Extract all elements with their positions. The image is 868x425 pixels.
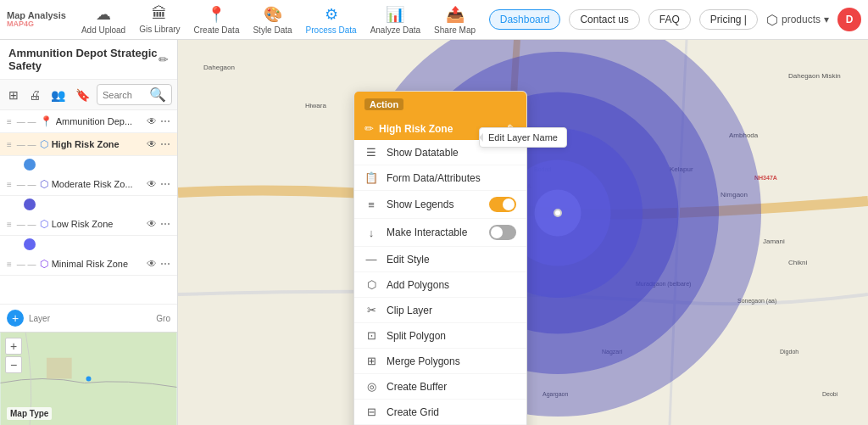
sidebar-header: Ammunition Depot Strategic Safety ✏ <box>0 40 177 80</box>
list-item[interactable]: ≡ — — 📍 Ammunition Dep... 👁 ⋯ <box>0 110 177 133</box>
layer-more-icon[interactable]: ⋯ <box>160 258 170 270</box>
share-btn[interactable]: 👥 <box>47 87 69 103</box>
pricing-btn[interactable]: Pricing | <box>699 9 758 30</box>
nav-create-data-label: Create Data <box>194 25 240 35</box>
list-item[interactable]: ≡ — — ⬡ Low Risk Zone 👁 ⋯ <box>0 213 177 236</box>
add-layer-btn[interactable]: + <box>7 310 24 327</box>
action-item-label: Form Data/Attributes <box>387 172 516 184</box>
nav-create-data[interactable]: 📍 Create Data <box>189 2 245 38</box>
list-item[interactable]: ≡ — — ⬡ Minimal Risk Zone 👁 ⋯ <box>0 253 177 276</box>
share-map-icon: 📤 <box>446 5 465 24</box>
sidebar-edit-icon[interactable]: ✏ <box>159 53 169 66</box>
create-data-icon: 📍 <box>207 5 225 24</box>
layer-more-icon[interactable]: ⋯ <box>160 138 170 150</box>
nav-process-data[interactable]: ⚙ Process Data <box>301 2 362 38</box>
nav-analyze-data[interactable]: 📊 Analyze Data <box>365 2 426 38</box>
layer-more-icon[interactable]: ⋯ <box>160 178 170 190</box>
layer-name: Ammunition Dep... <box>56 116 143 126</box>
search-box: 🔍 <box>97 84 172 105</box>
action-clip-layer[interactable]: ✂ Clip Layer <box>354 298 526 323</box>
layer-color-swatch <box>0 156 177 173</box>
svg-text:NH347A: NH347A <box>754 175 777 181</box>
layer-label: Layer <box>29 314 50 323</box>
zoom-extent-btn[interactable]: ⊞ <box>5 87 22 103</box>
edit-layer-name-tooltip: Edit Layer Name <box>479 127 567 148</box>
tooltip-text: Edit Layer Name <box>488 132 558 143</box>
nav-gis-library[interactable]: 🏛 Gis Library <box>134 2 185 37</box>
bookmark-btn[interactable]: 🔖 <box>72 87 93 103</box>
products-chevron-icon: ▾ <box>824 14 829 25</box>
faq-btn[interactable]: FAQ <box>648 9 691 30</box>
nav-add-upload[interactable]: ☁ Add Upload <box>76 2 131 38</box>
svg-rect-1 <box>47 358 72 379</box>
layer-action-icons: 👁 ⋯ <box>147 138 170 150</box>
nav-process-data-label: Process Data <box>306 25 357 35</box>
layer-color-swatch <box>0 236 177 253</box>
nav-style-data[interactable]: 🎨 Style Data <box>248 2 297 38</box>
print-btn[interactable]: 🖨 <box>25 87 44 103</box>
zoom-in-btn[interactable]: + <box>5 338 22 355</box>
svg-text:Ambhoda: Ambhoda <box>729 131 759 139</box>
layer-more-icon[interactable]: ⋯ <box>160 115 170 127</box>
split-polygon-icon: ⊡ <box>364 329 378 342</box>
action-split-polygon[interactable]: ⊡ Split Polygon <box>354 323 526 349</box>
analyze-data-icon: 📊 <box>386 5 404 24</box>
list-item[interactable]: ≡ — — ⬡ Moderate Risk Zo... 👁 ⋯ <box>0 173 177 196</box>
polygon-icon: ⬡ <box>40 218 48 230</box>
svg-text:Digdoh: Digdoh <box>780 349 798 355</box>
svg-text:Jamani: Jamani <box>763 238 785 245</box>
map-area[interactable]: Dahegaon Dahegaon Miskin Ambhoda Kelapur… <box>178 40 868 425</box>
action-item-label: Create Grid <box>387 406 516 418</box>
legends-icon: ≡ <box>364 199 378 211</box>
action-show-legends[interactable]: ≡ Show Legends <box>354 191 526 219</box>
action-create-grid[interactable]: ⊟ Create Grid <box>354 400 526 425</box>
action-item-label: Edit Style <box>387 254 516 266</box>
layer-icon: ✏ <box>364 122 374 135</box>
interactable-toggle[interactable] <box>489 225 516 240</box>
action-item-label: Merge Polygons <box>387 355 516 367</box>
action-item-label: Clip Layer <box>387 305 516 316</box>
products-dropdown[interactable]: ⬡ products ▾ <box>766 12 829 28</box>
action-form-data[interactable]: 📋 Form Data/Attributes <box>354 165 526 191</box>
nav-share-map-label: Share Map <box>434 25 476 35</box>
svg-text:Nagzari: Nagzari <box>602 349 623 355</box>
action-item-label: Create Buffer <box>387 381 516 393</box>
action-item-label: Show Datatable <box>387 147 516 159</box>
products-icon: ⬡ <box>766 12 778 28</box>
sidebar-title: Ammunition Depot Strategic Safety <box>8 47 159 72</box>
nav-gis-library-label: Gis Library <box>139 25 180 34</box>
zoom-out-btn[interactable]: − <box>5 356 22 373</box>
action-merge-polygons[interactable]: ⊞ Merge Polygons <box>354 349 526 374</box>
layer-more-icon[interactable]: ⋯ <box>160 218 170 230</box>
action-label-text: Action <box>364 98 403 110</box>
legends-toggle[interactable] <box>489 197 516 212</box>
action-edit-style[interactable]: — Edit Style <box>354 247 526 272</box>
svg-text:Chikni: Chikni <box>788 259 807 266</box>
layer-eye-icon[interactable]: 👁 <box>147 178 157 190</box>
svg-text:Dahegaon Miskin: Dahegaon Miskin <box>788 72 841 80</box>
layer-action-icons: 👁 ⋯ <box>147 218 170 230</box>
action-create-buffer[interactable]: ◎ Create Buffer <box>354 374 526 400</box>
svg-text:Bodad: Bodad <box>534 166 551 172</box>
search-icon: 🔍 <box>149 87 166 103</box>
layer-eye-icon[interactable]: 👁 <box>147 218 157 230</box>
nav-add-upload-label: Add Upload <box>81 25 125 35</box>
action-make-interactable[interactable]: ↓ Make Interactable <box>354 219 526 247</box>
nav-share-map[interactable]: 📤 Share Map <box>429 2 481 38</box>
action-item-label: Show Legends <box>387 199 481 210</box>
avatar[interactable]: D <box>837 8 861 31</box>
action-add-polygons[interactable]: ⬡ Add Polygons <box>354 272 526 298</box>
dashboard-btn[interactable]: Dashboard <box>489 9 561 30</box>
contact-btn[interactable]: Contact us <box>569 9 639 30</box>
group-label: Gro <box>156 314 170 323</box>
merge-polygons-icon: ⊞ <box>364 355 378 367</box>
create-grid-icon: ⊟ <box>364 405 378 418</box>
nav-style-data-label: Style Data <box>253 25 292 35</box>
list-item[interactable]: ≡ — — ⬡ High Risk Zone 👁 ⋯ <box>0 133 177 156</box>
layer-eye-icon[interactable]: 👁 <box>147 138 157 150</box>
layer-eye-icon[interactable]: 👁 <box>147 115 157 127</box>
layer-eye-icon[interactable]: 👁 <box>147 258 157 270</box>
search-input[interactable] <box>103 90 146 100</box>
polygon-icon: ⬡ <box>40 178 48 190</box>
svg-text:Muradgaon (belbare): Muradgaon (belbare) <box>636 281 691 288</box>
